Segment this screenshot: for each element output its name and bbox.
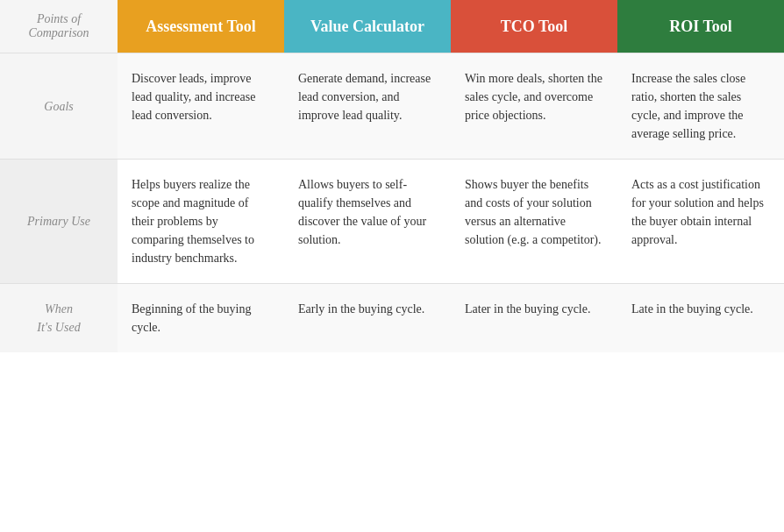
row-label-1: Primary Use: [0, 160, 118, 284]
assessment-header: Assessment Tool: [118, 0, 284, 53]
col4-header-label: ROI Tool: [669, 18, 732, 35]
table-row: Primary UseHelps buyers realize the scop…: [0, 160, 784, 284]
cell-row2-col3: Later in the buying cycle.: [451, 284, 617, 353]
cell-row1-col4: Acts as a cost justification for your so…: [617, 160, 784, 284]
col3-header-label: TCO Tool: [501, 18, 568, 35]
table-row: GoalsDiscover leads, improve lead qualit…: [0, 53, 784, 160]
comparison-table: Points of Comparison Assessment Tool Val…: [0, 0, 784, 352]
cell-row0-col4: Increase the sales close ratio, shorten …: [617, 53, 784, 160]
row-label-2: When It's Used: [0, 284, 118, 353]
cell-row2-col2: Early in the buying cycle.: [284, 284, 451, 353]
value-header: Value Calculator: [284, 0, 451, 53]
row-label-0: Goals: [0, 53, 118, 160]
cell-row1-col2: Allows buyers to self-qualify themselves…: [284, 160, 451, 284]
cell-row2-col1: Beginning of the buying cycle.: [118, 284, 284, 353]
col1-header-label: Assessment Tool: [146, 18, 256, 35]
cell-row1-col1: Helps buyers realize the scope and magni…: [118, 160, 284, 284]
tco-header: TCO Tool: [451, 0, 617, 53]
cell-row2-col4: Late in the buying cycle.: [617, 284, 784, 353]
cell-row0-col1: Discover leads, improve lead quality, an…: [118, 53, 284, 160]
cell-row1-col3: Shows buyer the benefits and costs of yo…: [451, 160, 617, 284]
roi-header: ROI Tool: [617, 0, 784, 53]
points-label: Points of Comparison: [28, 12, 89, 39]
cell-row0-col3: Win more deals, shorten the sales cycle,…: [451, 53, 617, 160]
cell-row0-col2: Generate demand, increase lead conversio…: [284, 53, 451, 160]
points-header: Points of Comparison: [0, 0, 118, 53]
col2-header-label: Value Calculator: [310, 18, 424, 35]
table-row: When It's UsedBeginning of the buying cy…: [0, 284, 784, 353]
